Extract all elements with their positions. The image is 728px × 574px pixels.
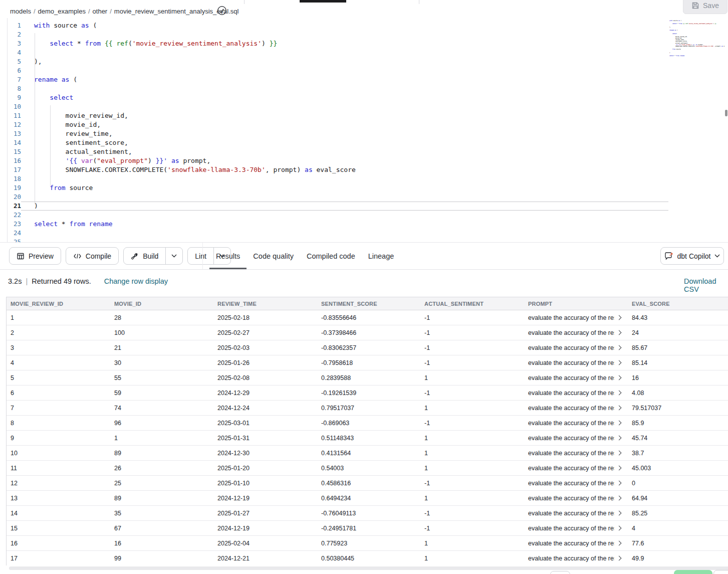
- cell-prompt: evaluate the accuracy of the res...: [524, 416, 628, 430]
- prompt-expand-icon[interactable]: [617, 526, 622, 531]
- code-line[interactable]: 5),: [7, 57, 668, 66]
- tab-results[interactable]: Results: [209, 243, 247, 269]
- code-line[interactable]: 18: [7, 174, 668, 183]
- code-line[interactable]: 14 sentiment_score,: [7, 138, 668, 147]
- code-line[interactable]: 3 select * from {{ ref('movie_review_sen…: [7, 39, 668, 48]
- cell-movie_review_id: 10: [7, 446, 110, 460]
- breadcrumb-segment[interactable]: demo_examples: [38, 8, 86, 15]
- prompt-expand-icon[interactable]: [617, 391, 622, 396]
- cell-movie_review_id: 5: [7, 370, 110, 385]
- code-line[interactable]: 9 select: [7, 93, 668, 102]
- prompt-text: evaluate the accuracy of the res...: [528, 359, 614, 366]
- download-csv-link[interactable]: Download CSV: [684, 277, 728, 293]
- code-line[interactable]: 6: [7, 66, 668, 75]
- code-line[interactable]: 22: [7, 211, 668, 220]
- tab-code-quality[interactable]: Code quality: [247, 243, 300, 269]
- editor-scrollbar[interactable]: [725, 110, 727, 116]
- code-line[interactable]: 12 movie_id,: [7, 120, 668, 129]
- prompt-expand-icon[interactable]: [617, 315, 622, 320]
- line-number: 17: [7, 165, 21, 174]
- horizontal-scrollbar[interactable]: [9, 566, 728, 570]
- code-lines[interactable]: 1with source as (23 select * from {{ ref…: [7, 21, 668, 242]
- lint-label: Lint: [195, 252, 206, 260]
- line-number: 12: [7, 120, 21, 129]
- compile-icon: [73, 253, 82, 260]
- code-line[interactable]: 11 movie_review_id,: [7, 111, 668, 120]
- prompt-expand-icon[interactable]: [617, 541, 622, 546]
- tab-separator: [419, 0, 419, 4]
- cell-actual_sentiment: -1: [420, 476, 524, 490]
- build-button[interactable]: Build: [123, 247, 183, 265]
- code-line[interactable]: 24: [7, 229, 668, 238]
- prompt-text: evaluate the accuracy of the res...: [528, 390, 614, 397]
- code-line[interactable]: 4: [7, 48, 668, 57]
- cell-prompt: evaluate the accuracy of the res...: [524, 355, 628, 370]
- cell-movie_id: 74: [110, 401, 213, 415]
- action-buttons: Preview Compile Build: [9, 247, 231, 265]
- prompt-expand-icon[interactable]: [617, 436, 622, 441]
- cell-eval_score: 85.9: [628, 416, 728, 430]
- dbt-copilot-button[interactable]: dbt Copilot: [660, 247, 724, 265]
- cell-sentiment_score: -0.37398466: [317, 325, 420, 340]
- code-line[interactable]: 2: [7, 30, 668, 39]
- build-dropdown-chevron[interactable]: [165, 248, 182, 264]
- sql-editor[interactable]: 1with source as (23 select * from {{ ref…: [0, 18, 728, 242]
- prompt-expand-icon[interactable]: [617, 345, 622, 350]
- partial-button[interactable]: [550, 571, 570, 574]
- cell-eval_score: 84.43: [628, 310, 728, 325]
- prompt-expand-icon[interactable]: [617, 481, 622, 486]
- code-line[interactable]: 21): [7, 202, 668, 211]
- table-row: 10892024-12-300.41315641evaluate the acc…: [7, 446, 728, 461]
- code-line[interactable]: 23select * from rename: [7, 220, 668, 229]
- code-line[interactable]: 20: [7, 193, 668, 202]
- prompt-expand-icon[interactable]: [617, 421, 622, 426]
- breadcrumb-segment[interactable]: other: [93, 8, 108, 15]
- prompt-expand-icon[interactable]: [617, 360, 622, 365]
- cell-review_time: 2025-01-31: [213, 431, 317, 445]
- cell-prompt: evaluate the accuracy of the res...: [524, 521, 628, 535]
- save-button[interactable]: Save: [683, 0, 727, 14]
- prompt-expand-icon[interactable]: [617, 375, 622, 380]
- prompt-expand-icon[interactable]: [617, 466, 622, 471]
- minimap[interactable]: with source as ( select * from {{ ref('m…: [669, 20, 724, 236]
- compile-button[interactable]: Compile: [66, 247, 119, 265]
- code-line[interactable]: 7rename as (: [7, 75, 668, 84]
- code-line[interactable]: 13 review_time,: [7, 129, 668, 138]
- code-line[interactable]: 1with source as (: [7, 21, 668, 30]
- cell-review_time: 2025-02-08: [213, 370, 317, 385]
- code-line[interactable]: 15 actual_sentiment,: [7, 147, 668, 156]
- preview-button[interactable]: Preview: [9, 247, 61, 265]
- cell-review_time: 2024-12-19: [213, 491, 317, 505]
- cell-eval_score: 85.67: [628, 340, 728, 355]
- code-line[interactable]: 10: [7, 102, 668, 111]
- tab-compiled-code[interactable]: Compiled code: [300, 243, 362, 269]
- minimap-line: [669, 59, 724, 60]
- prompt-expand-icon[interactable]: [617, 451, 622, 456]
- cell-eval_score: 4.08: [628, 386, 728, 400]
- prompt-expand-icon[interactable]: [617, 496, 622, 501]
- partial-green-pill[interactable]: [674, 570, 712, 574]
- code-line[interactable]: 8: [7, 84, 668, 93]
- code-line[interactable]: 17 SNOWFLAKE.CORTEX.COMPLETE('snowflake-…: [7, 165, 668, 174]
- breadcrumb-segment[interactable]: models: [10, 8, 31, 15]
- breadcrumb-bar: models/demo_examples/other/movie_review_…: [0, 4, 728, 18]
- results-status-bar: 3.2s | Returned 49 rows. Change row disp…: [0, 270, 728, 297]
- line-number: 22: [7, 211, 21, 220]
- cell-review_time: 2025-01-26: [213, 355, 317, 370]
- code-line[interactable]: 16 '{{ var("eval_prompt") }}' as prompt,: [7, 156, 668, 165]
- tab-lineage[interactable]: Lineage: [362, 243, 401, 269]
- line-number: 21: [7, 202, 21, 211]
- breadcrumb[interactable]: models/demo_examples/other/movie_review_…: [10, 7, 238, 16]
- prompt-expand-icon[interactable]: [617, 330, 622, 335]
- cell-movie_review_id: 14: [7, 506, 110, 520]
- column-header: PROMPT: [524, 297, 628, 310]
- prompt-expand-icon[interactable]: [617, 406, 622, 411]
- format-icon[interactable]: [217, 6, 227, 16]
- partial-button[interactable]: [713, 570, 728, 574]
- prompt-expand-icon[interactable]: [617, 556, 622, 561]
- change-row-display-link[interactable]: Change row display: [104, 277, 168, 285]
- code-line[interactable]: 25: [7, 238, 668, 242]
- code-line[interactable]: 19 from source: [7, 183, 668, 193]
- table-row: 17992024-12-210.503804451evaluate the ac…: [7, 551, 728, 566]
- prompt-expand-icon[interactable]: [617, 511, 622, 516]
